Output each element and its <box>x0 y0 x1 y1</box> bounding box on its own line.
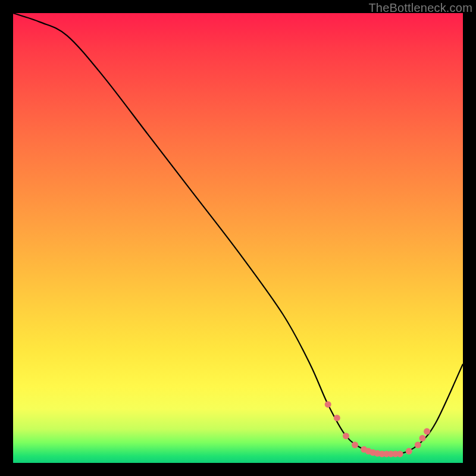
optimal-point <box>334 415 340 421</box>
optimal-point <box>397 450 403 457</box>
chart-svg <box>13 13 463 463</box>
optimal-point <box>325 401 331 408</box>
optimal-point <box>352 441 358 448</box>
optimal-point <box>415 441 421 448</box>
chart-frame: TheBottleneck.com <box>0 0 476 476</box>
bottleneck-curve <box>13 13 463 455</box>
plot-area <box>13 13 463 463</box>
optimal-point <box>419 435 425 441</box>
watermark-text: TheBottleneck.com <box>368 1 472 15</box>
optimal-point <box>406 448 412 455</box>
optimal-point <box>424 428 430 435</box>
optimal-point <box>343 433 349 439</box>
optimal-range-markers <box>325 401 430 457</box>
